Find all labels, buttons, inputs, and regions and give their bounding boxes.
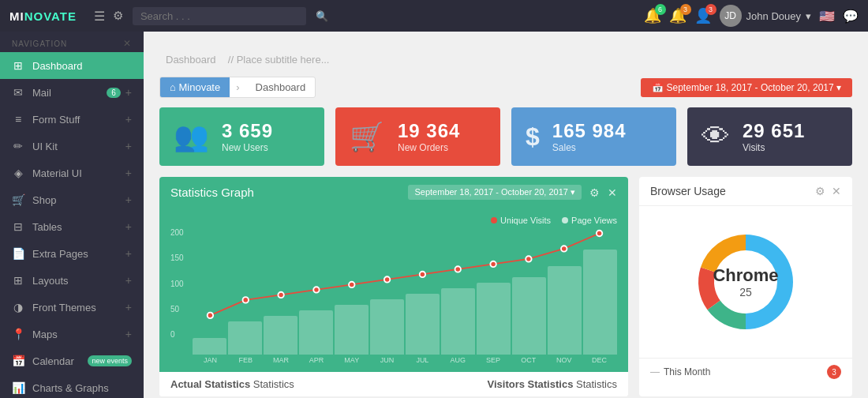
graph-close-icon[interactable]: ✕ (608, 186, 617, 199)
add-icon[interactable]: + (125, 220, 132, 233)
graph-body: Unique Visits Page Views 200 150 100 50 (159, 208, 628, 372)
user-menu[interactable]: JD John Douey ▾ (720, 5, 811, 27)
date-picker[interactable]: 📅 September 18, 2017 - October 20, 2017 … (641, 78, 852, 97)
sidebar-collapse-icon[interactable]: ✕ (123, 38, 132, 49)
legend-unique-visits: Unique Visits (491, 216, 551, 225)
stat-card-users: 👥 3 659 New Users (159, 107, 324, 166)
graph-footer: Actual Statistics Statistics Visitors St… (159, 372, 628, 396)
svg-point-9 (526, 256, 531, 261)
donut-chart: Chrome 25 (683, 219, 809, 345)
chart-month-label: OCT (511, 356, 546, 364)
notification-bell-3[interactable]: 👤3 (694, 7, 712, 24)
sidebar-item-label: Layouts (32, 275, 69, 287)
add-icon[interactable]: + (125, 328, 132, 340)
svg-point-10 (561, 246, 567, 251)
chart-line-svg (193, 228, 617, 331)
add-icon[interactable]: + (125, 274, 132, 287)
chart-area: 200 150 100 50 0 (170, 228, 617, 355)
chart-month-label: JAN (193, 356, 228, 364)
footer-actual: Actual Statistics Statistics (170, 378, 294, 390)
nav-label: NAVIGATION ✕ (0, 32, 144, 52)
stat-card-orders: 🛒 19 364 New Orders (335, 107, 500, 166)
add-icon[interactable]: + (125, 140, 132, 152)
topbar-nav-icons: ☰ ⚙ (94, 9, 123, 24)
svg-point-5 (384, 276, 390, 282)
uikit-icon: ✏ (12, 140, 24, 152)
visits-number: 29 651 (743, 120, 805, 142)
orders-icon: 🛒 (350, 120, 385, 153)
graph-settings-icon[interactable]: ⚙ (589, 186, 600, 199)
stat-card-sales: $ 165 984 Sales (511, 107, 676, 166)
material-icon: ◈ (12, 167, 24, 179)
maps-icon: 📍 (12, 328, 24, 340)
form-icon: ≡ (12, 113, 24, 126)
svg-point-1 (243, 297, 249, 302)
sidebar-item-label: Shop (32, 194, 56, 206)
add-icon[interactable]: + (125, 86, 132, 99)
sidebar: NAVIGATION ✕ ⊞ Dashboard ✉ Mail 6 + ≡ Fo… (0, 32, 144, 398)
chart-month-label: APR (298, 356, 334, 364)
svg-point-4 (349, 282, 354, 287)
add-icon[interactable]: + (125, 167, 132, 179)
pages-icon: 📄 (12, 247, 24, 260)
browser-settings-icon[interactable]: ⚙ (815, 185, 825, 197)
browser-footer-text: This Month (650, 366, 710, 377)
mail-badge: 6 (107, 88, 121, 98)
sales-label: Sales (552, 142, 627, 153)
user-name: John Douey (746, 10, 801, 22)
message-icon[interactable]: 💬 (843, 9, 859, 24)
sidebar-item-mail[interactable]: ✉ Mail 6 + (0, 79, 144, 106)
topbar: MINOVATE ☰ ⚙ 🔍 🔔6 🔔3 👤3 JD John Douey ▾ … (0, 0, 868, 32)
chart-month-label: DEC (582, 356, 617, 364)
browser-header: Browser Usage ⚙ ✕ (639, 177, 852, 206)
search-input[interactable] (133, 7, 306, 25)
add-icon[interactable]: + (125, 301, 132, 314)
page-subtitle: // Place subtitle here... (228, 54, 330, 66)
shop-icon: 🛒 (12, 193, 24, 206)
breadcrumb-current: Dashboard (246, 77, 316, 97)
sidebar-item-layouts[interactable]: ⊞ Layouts + (0, 267, 144, 294)
sidebar-item-ui-kit[interactable]: ✏ UI Kit + (0, 133, 144, 160)
graph-date-range[interactable]: September 18, 2017 - October 20, 2017 ▾ (408, 185, 582, 200)
breadcrumb-separator: › (230, 77, 245, 97)
users-label: New Users (222, 142, 273, 153)
chart-month-label: AUG (440, 356, 476, 364)
breadcrumb-home[interactable]: ⌂ Minovate (160, 77, 230, 97)
notification-bell-1[interactable]: 🔔6 (644, 7, 661, 24)
breadcrumb-row: ⌂ Minovate › Dashboard 📅 September 18, 2… (144, 77, 868, 107)
sidebar-item-material-ui[interactable]: ◈ Material UI + (0, 160, 144, 186)
chart-month-label: MAR (264, 356, 299, 364)
add-icon[interactable]: + (125, 113, 132, 126)
calendar-icon: 📅 (12, 355, 24, 367)
chart-month-label: NOV (546, 356, 582, 364)
sidebar-item-extra-pages[interactable]: 📄 Extra Pages + (0, 240, 144, 267)
tables-icon: ⊟ (12, 220, 24, 233)
add-icon[interactable]: + (125, 193, 132, 206)
stat-card-visits: 👁 29 651 Visits (687, 107, 852, 166)
browser-close-icon[interactable]: ✕ (832, 185, 841, 197)
menu-icon[interactable]: ☰ (94, 9, 105, 24)
sidebar-item-label: Charts & Graphs (32, 382, 109, 394)
sidebar-item-charts[interactable]: 📊 Charts & Graphs (0, 374, 144, 398)
sidebar-item-shop[interactable]: 🛒 Shop + (0, 186, 144, 213)
sidebar-item-tables[interactable]: ⊟ Tables + (0, 213, 144, 240)
notification-bell-2[interactable]: 🔔3 (669, 7, 687, 24)
add-icon[interactable]: + (125, 247, 132, 260)
browser-title: Browser Usage (650, 185, 726, 197)
charts-icon: 📊 (12, 381, 24, 394)
sidebar-item-maps[interactable]: 📍 Maps + (0, 321, 144, 347)
sidebar-item-front-themes[interactable]: ◑ Front Themes + (0, 294, 144, 321)
sidebar-item-calendar[interactable]: 📅 Calendar new events (0, 347, 144, 374)
chart-month-label: FEB (228, 356, 264, 364)
chevron-down-icon: ▾ (806, 10, 811, 22)
sidebar-item-dashboard[interactable]: ⊞ Dashboard (0, 52, 144, 79)
sidebar-item-label: Maps (32, 329, 58, 340)
chart-month-label: MAY (334, 356, 369, 364)
svg-point-3 (313, 287, 319, 292)
sidebar-item-label: Extra Pages (32, 248, 88, 260)
chart-month-label: JUN (369, 356, 405, 364)
sales-number: 165 984 (552, 120, 627, 142)
sidebar-item-form-stuff[interactable]: ≡ Form Stuff + (0, 106, 144, 133)
stats-row: 👥 3 659 New Users 🛒 19 364 New Orders $ … (144, 107, 868, 177)
settings-icon[interactable]: ⚙ (113, 9, 123, 23)
